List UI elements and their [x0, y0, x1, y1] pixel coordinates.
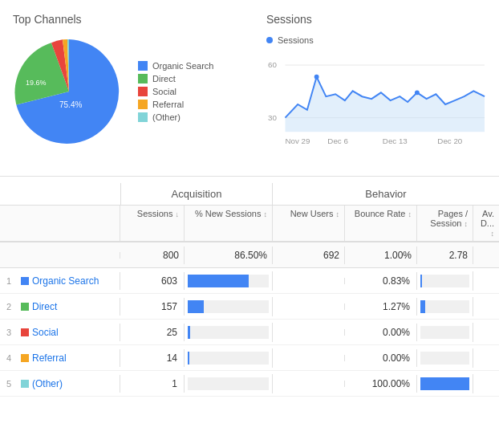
legend-item-organic: Organic Search: [138, 61, 213, 71]
row-channel: 5 (Other): [0, 375, 120, 393]
data-table-section: Acquisition Behavior Sessions ↓ % New Se…: [0, 177, 499, 403]
new-sessions-col-header[interactable]: % New Sessions ↕: [185, 206, 273, 241]
top-channels-panel: Top Channels 75.4% 19.6%: [13, 13, 254, 163]
legend-color-other: [138, 112, 148, 122]
top-channels-title: Top Channels: [13, 13, 254, 26]
row-channel-link[interactable]: Social: [32, 327, 59, 338]
row-num: 3: [6, 328, 18, 337]
row-num: 5: [6, 379, 18, 389]
row-channel: 4 Referral: [0, 349, 120, 367]
total-bounce-rate: 1.00%: [345, 246, 417, 264]
row-pages-bar: [417, 271, 473, 291]
row-color-swatch: [21, 277, 29, 285]
legend-item-social: Social: [138, 87, 213, 96]
row-sessions: 25: [120, 324, 185, 341]
table-row: 4 Referral 14 0.00%: [0, 345, 499, 371]
row-color-swatch: [21, 354, 29, 362]
row-bounce-rate: 100.00%: [345, 375, 417, 393]
row-new-users: [273, 381, 345, 387]
row-bounce-rate: 1.27%: [345, 298, 417, 316]
sessions-panel: Sessions Sessions 60 30 Nov 29 Dec 6 Dec…: [266, 13, 486, 163]
legend-color-organic: [138, 61, 148, 71]
row-channel: 3 Social: [0, 324, 120, 341]
legend-item-referral: Referral: [138, 100, 213, 109]
legend-item-direct: Direct: [138, 74, 213, 83]
chart-legend: Organic Search Direct Social Referral (O…: [138, 61, 213, 122]
row-new-users: [273, 303, 345, 310]
bounce-rate-col-header[interactable]: Bounce Rate ↕: [345, 206, 417, 241]
legend-item-other: (Other): [138, 112, 213, 122]
total-row: 800 86.50% 692 1.00% 2.78: [0, 242, 499, 268]
sessions-title: Sessions: [266, 13, 486, 26]
row-pages-bar: [417, 323, 473, 342]
row-channel: 2 Direct: [0, 298, 120, 316]
channel-col-spacer: [0, 183, 120, 205]
pie-chart: 75.4% 19.6%: [13, 35, 125, 148]
legend-color-referral: [138, 100, 148, 109]
total-sessions: 800: [120, 246, 185, 264]
sessions-legend-label: Sessions: [278, 35, 314, 45]
new-users-col-header[interactable]: New Users ↕: [273, 206, 345, 241]
legend-label-direct: Direct: [152, 74, 176, 83]
row-color-swatch: [21, 328, 29, 336]
svg-text:Nov 29: Nov 29: [285, 136, 310, 145]
pie-outer-label: 19.6%: [26, 79, 47, 87]
sessions-legend: Sessions: [266, 35, 486, 45]
row-color-swatch: [21, 303, 29, 311]
svg-point-5: [415, 90, 420, 95]
legend-color-social: [138, 87, 148, 96]
row-new-sessions-bar: [185, 323, 273, 342]
legend-label-social: Social: [152, 87, 176, 96]
behavior-section-header: Behavior: [273, 183, 499, 205]
row-sessions: 157: [120, 298, 185, 316]
row-channel-link[interactable]: Direct: [32, 301, 57, 312]
sessions-line-chart: 60 30 Nov 29 Dec 6 Dec 13 Dec 20: [266, 48, 486, 161]
row-new-sessions-bar: [185, 348, 273, 368]
data-rows-container: 1 Organic Search 603 0.83% 2 Direct 157: [0, 268, 499, 397]
table-row: 1 Organic Search 603 0.83%: [0, 268, 499, 294]
legend-color-direct: [138, 74, 148, 83]
total-label: [0, 252, 120, 259]
row-color-swatch: [21, 380, 29, 388]
row-sessions: 603: [120, 272, 185, 290]
row-num: 1: [6, 276, 18, 286]
total-new-users: 692: [273, 246, 345, 264]
row-new-sessions-bar: [185, 271, 273, 291]
row-channel-link[interactable]: (Other): [32, 378, 63, 389]
row-new-sessions-bar: [185, 374, 273, 393]
table-row: 5 (Other) 1 100.00%: [0, 371, 499, 397]
pages-session-col-header[interactable]: Pages / Session ↕: [417, 206, 473, 241]
pie-inner-label: 75.4%: [59, 100, 82, 109]
svg-text:30: 30: [268, 113, 277, 122]
table-row: 2 Direct 157 1.27%: [0, 294, 499, 320]
row-bounce-rate: 0.00%: [345, 349, 417, 367]
row-new-users: [273, 278, 345, 284]
row-channel: 1 Organic Search: [0, 272, 120, 290]
table-row: 3 Social 25 0.00%: [0, 320, 499, 345]
row-new-users: [273, 355, 345, 361]
row-sessions: 14: [120, 349, 185, 367]
row-channel-link[interactable]: Organic Search: [32, 275, 99, 287]
row-bounce-rate: 0.83%: [345, 272, 417, 290]
row-sessions: 1: [120, 375, 185, 393]
total-new-sessions: 86.50%: [185, 246, 273, 264]
channel-col-header[interactable]: [0, 206, 120, 241]
row-new-sessions-bar: [185, 297, 273, 316]
row-num: 4: [6, 353, 18, 363]
legend-label-referral: Referral: [152, 100, 184, 109]
row-num: 2: [6, 302, 18, 312]
svg-text:60: 60: [268, 60, 277, 69]
row-channel-link[interactable]: Referral: [32, 352, 67, 364]
svg-point-4: [314, 75, 319, 79]
avg-duration-col-header[interactable]: Av. D... ↕: [473, 206, 499, 241]
sessions-col-header[interactable]: Sessions ↓: [120, 206, 185, 241]
col-headers-row: Sessions ↓ % New Sessions ↕ New Users ↕ …: [0, 206, 499, 242]
row-new-users: [273, 329, 345, 336]
sessions-dot: [266, 37, 273, 43]
row-pages-bar: [417, 348, 473, 368]
legend-label-other: (Other): [152, 112, 181, 122]
svg-text:Dec 6: Dec 6: [327, 136, 348, 145]
svg-text:Dec 20: Dec 20: [437, 136, 463, 145]
row-bounce-rate: 0.00%: [345, 324, 417, 341]
row-pages-bar: [417, 297, 473, 316]
